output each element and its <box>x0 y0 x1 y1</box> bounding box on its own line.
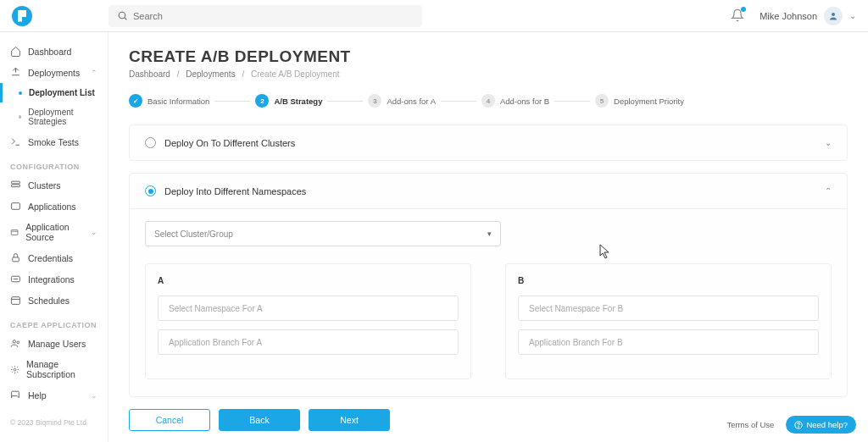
svg-point-0 <box>119 12 125 19</box>
sidebar-section-configuration: CONFIGURATION <box>0 152 108 174</box>
copyright: © 2023 Biqmind Pte Ltd <box>0 412 108 434</box>
home-icon <box>10 46 21 57</box>
step-addons-a[interactable]: 3 Add-ons for A <box>368 94 436 108</box>
bullet-icon <box>19 91 22 95</box>
next-button[interactable]: Next <box>309 409 390 431</box>
step-addons-b[interactable]: 4 Add-ons for B <box>481 94 549 108</box>
column-b-label: B <box>518 276 819 285</box>
svg-point-16 <box>14 368 16 371</box>
brand-logo[interactable] <box>12 6 32 26</box>
chevron-down-icon: ⌄ <box>91 228 97 236</box>
breadcrumb: Dashboard / Deployments / Create A/B Dep… <box>129 69 848 79</box>
sidebar-item-smoke-tests[interactable]: Smoke Tests <box>0 131 108 152</box>
users-icon <box>10 338 21 349</box>
select-namespace-b[interactable] <box>518 296 819 321</box>
source-icon <box>10 227 19 238</box>
sidebar-item-deployment-strategies[interactable]: Deployment Strategies <box>0 102 108 131</box>
stack-icon <box>10 180 21 191</box>
step-basic-information[interactable]: ✓ Basic Information <box>129 94 209 108</box>
user-name: Mike Johnson <box>760 11 817 21</box>
sidebar-item-schedules[interactable]: Schedules <box>0 290 108 311</box>
main-content: CREATE A/B DEPLOYMENT Dashboard / Deploy… <box>108 32 868 442</box>
cal-icon <box>10 295 21 306</box>
terms-of-use-link[interactable]: Terms of Use <box>726 420 774 429</box>
svg-rect-9 <box>13 257 19 262</box>
int-icon <box>10 273 21 285</box>
option-different-clusters[interactable]: Deploy On To Different Clusters ⌄ <box>130 125 847 160</box>
column-b: B <box>505 263 832 379</box>
check-icon: ✓ <box>129 94 142 108</box>
svg-rect-4 <box>12 181 20 184</box>
app-branch-a[interactable] <box>158 329 459 355</box>
user-menu[interactable]: Mike Johnson ⌄ <box>760 7 856 25</box>
sidebar-item-integrations[interactable]: Integrations <box>0 268 108 290</box>
search-field[interactable] <box>108 5 422 27</box>
svg-rect-7 <box>11 229 18 235</box>
svg-rect-5 <box>12 185 20 187</box>
svg-point-18 <box>798 426 799 427</box>
svg-rect-6 <box>12 203 20 210</box>
chevron-down-icon: ⌄ <box>91 391 97 400</box>
breadcrumb-current: Create A/B Deployment <box>251 69 340 79</box>
help-icon <box>10 390 21 401</box>
stepper: ✓ Basic Information 2 A/B Strategy 3 Add… <box>129 94 848 108</box>
terminal-icon <box>10 136 21 147</box>
sidebar-item-deployment-list[interactable]: Deployment List <box>0 83 108 102</box>
select-namespace-a[interactable] <box>158 296 459 321</box>
notification-dot <box>741 7 746 12</box>
need-help-button[interactable]: Need help? <box>786 416 856 434</box>
question-icon <box>794 421 803 429</box>
breadcrumb-dashboard[interactable]: Dashboard <box>129 69 170 79</box>
lock-icon <box>10 252 21 263</box>
radio-unchecked-icon <box>145 137 156 148</box>
sidebar-item-help[interactable]: Help ⌄ <box>0 384 108 406</box>
sidebar-item-deployments[interactable]: Deployments ⌃ <box>0 62 108 83</box>
breadcrumb-deployments[interactable]: Deployments <box>186 69 235 79</box>
option-different-namespaces[interactable]: Deploy Into Different Namespaces ⌃ <box>130 174 847 208</box>
sidebar-item-credentials[interactable]: Credentials <box>0 247 108 268</box>
svg-point-2 <box>832 13 835 16</box>
notifications-bell[interactable] <box>731 8 744 24</box>
page-title: CREATE A/B DEPLOYMENT <box>129 47 848 66</box>
sidebar-item-manage-users[interactable]: Manage Users <box>0 333 108 354</box>
sidebar-section-caepe: CAEPE APPLICATION <box>0 311 108 333</box>
sidebar-item-applications[interactable]: Applications <box>0 196 108 217</box>
search-input[interactable] <box>133 11 414 21</box>
person-icon <box>828 11 838 21</box>
svg-point-14 <box>13 340 15 343</box>
gear-icon <box>10 364 19 375</box>
sidebar: Dashboard Deployments ⌃ Deployment List … <box>0 32 108 442</box>
avatar <box>824 7 843 25</box>
column-a-label: A <box>158 276 459 285</box>
app-icon <box>10 201 21 212</box>
chevron-up-icon: ⌃ <box>825 186 832 196</box>
svg-point-15 <box>17 341 19 344</box>
deploy-icon <box>10 67 21 78</box>
select-cluster-group[interactable]: Select Cluster/Group <box>145 221 501 246</box>
sidebar-item-dashboard[interactable]: Dashboard <box>0 41 108 62</box>
bullet-icon <box>19 115 21 119</box>
svg-rect-12 <box>12 297 20 305</box>
cancel-button[interactable]: Cancel <box>129 409 210 431</box>
app-branch-b[interactable] <box>518 329 819 355</box>
search-icon <box>117 10 128 21</box>
sidebar-item-clusters[interactable]: Clusters <box>0 174 108 196</box>
radio-checked-icon <box>145 185 156 196</box>
step-ab-strategy[interactable]: 2 A/B Strategy <box>255 94 322 108</box>
sidebar-item-manage-subscription[interactable]: Manage Subscription <box>0 354 108 384</box>
column-a: A <box>145 263 471 379</box>
chevron-down-icon: ⌄ <box>825 138 832 147</box>
chevron-down-icon: ⌄ <box>849 11 856 20</box>
chevron-up-icon: ⌃ <box>91 69 97 77</box>
sidebar-item-application-source[interactable]: Application Source ⌄ <box>0 217 108 247</box>
back-button[interactable]: Back <box>219 409 300 431</box>
svg-line-1 <box>125 18 126 19</box>
step-deployment-priority[interactable]: 5 Deployment Priority <box>595 94 684 108</box>
